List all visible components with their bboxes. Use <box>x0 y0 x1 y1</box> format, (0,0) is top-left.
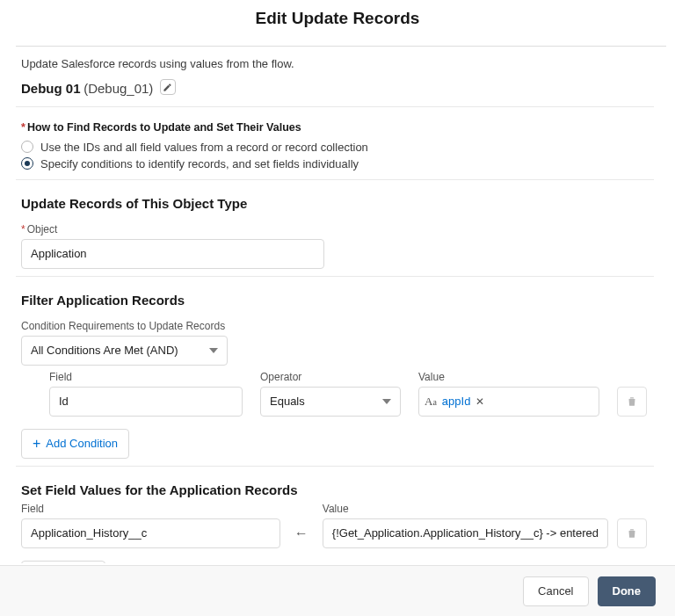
find-option-ids-label: Use the IDs and all field values from a … <box>40 141 368 154</box>
filter-value-input[interactable]: Aa appId ✕ <box>418 387 599 417</box>
pill-remove-icon[interactable]: ✕ <box>475 395 484 408</box>
filter-operator-value: Equals <box>270 395 305 408</box>
filter-field-value: Id <box>59 395 69 408</box>
filter-heading: Filter Application Records <box>16 277 654 313</box>
trash-icon <box>626 395 638 408</box>
filter-col-value: Value <box>418 371 599 387</box>
filter-field-input[interactable]: Id <box>49 387 243 417</box>
set-col-value: Value <box>323 503 608 518</box>
dialog-subtitle: Update Salesforce records using values f… <box>16 47 654 79</box>
find-option-conditions[interactable]: Specify conditions to identify records, … <box>16 156 654 172</box>
set-values-heading: Set Field Values for the Application Rec… <box>16 467 654 503</box>
chevron-down-icon <box>209 348 218 353</box>
cancel-button[interactable]: Cancel <box>523 576 588 606</box>
element-api-name: (Debug_01) <box>83 81 153 96</box>
text-type-icon: Aa <box>425 395 437 409</box>
find-records-heading: How to Find Records to Update and Set Th… <box>16 107 654 139</box>
set-col-field: Field <box>21 503 280 518</box>
object-input[interactable]: Application <box>21 239 324 269</box>
add-condition-label: Add Condition <box>46 437 118 450</box>
dialog-footer: Cancel Done <box>0 565 675 616</box>
set-field-value: Application_History__c <box>31 526 147 540</box>
radio-selected-icon <box>21 157 33 170</box>
set-field-input[interactable]: Application_History__c <box>21 518 280 548</box>
filter-operator-select[interactable]: Equals <box>260 387 401 417</box>
condition-req-label: Condition Requirements to Update Records <box>16 313 654 336</box>
add-field-button[interactable]: + Add Field <box>21 561 105 564</box>
value-pill-text: appId <box>442 395 471 408</box>
arrow-left-icon: ← <box>289 518 314 548</box>
radio-unselected-icon <box>21 141 33 153</box>
element-label: Debug 01 <box>21 81 81 96</box>
add-condition-button[interactable]: + Add Condition <box>21 429 129 459</box>
filter-col-operator: Operator <box>260 371 401 387</box>
edit-element-button[interactable] <box>160 79 176 95</box>
plus-icon: + <box>33 437 40 451</box>
find-option-conditions-label: Specify conditions to identify records, … <box>40 157 359 170</box>
condition-req-value: All Conditions Are Met (AND) <box>31 344 178 357</box>
value-pill: appId ✕ <box>442 395 485 408</box>
set-value-input[interactable]: {!Get_Application.Application_History__c… <box>323 518 608 548</box>
chevron-down-icon <box>382 399 391 404</box>
set-value-text: {!Get_Application.Application_History__c… <box>332 526 599 540</box>
trash-icon <box>626 527 638 540</box>
done-button[interactable]: Done <box>598 576 657 606</box>
condition-req-select[interactable]: All Conditions Are Met (AND) <box>21 336 228 366</box>
object-label: Object <box>16 216 654 239</box>
dialog-body: Update Salesforce records using values f… <box>16 46 666 563</box>
delete-field-button[interactable] <box>617 518 647 548</box>
element-header: Debug 01 (Debug_01) <box>16 79 654 107</box>
object-type-heading: Update Records of This Object Type <box>16 180 654 216</box>
find-option-ids[interactable]: Use the IDs and all field values from a … <box>16 139 654 156</box>
filter-col-field: Field <box>49 371 243 387</box>
dialog-title: Edit Update Records <box>0 0 675 40</box>
delete-condition-button[interactable] <box>617 387 647 417</box>
object-value: Application <box>31 247 87 260</box>
pencil-icon <box>163 83 172 92</box>
